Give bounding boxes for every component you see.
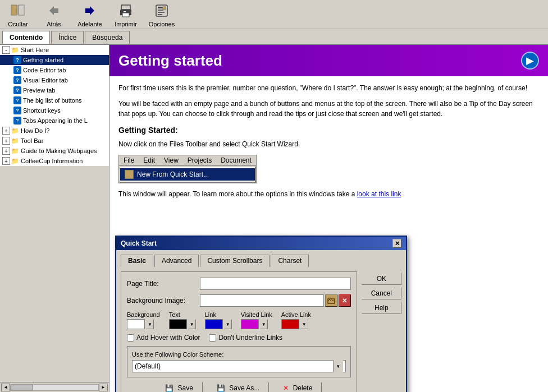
dialog-tab-advanced[interactable]: Advanced bbox=[154, 255, 199, 267]
bg-color-select: ▼ bbox=[127, 319, 160, 329]
tab-busqueda[interactable]: Búsqueda bbox=[85, 31, 130, 44]
tab-indice[interactable]: Índice bbox=[51, 31, 84, 44]
save-as-button[interactable]: 💾 Save As... bbox=[207, 382, 269, 392]
active-color-dropdown[interactable]: ▼ bbox=[300, 319, 308, 329]
bg-color-swatch[interactable] bbox=[127, 319, 145, 329]
add-hover-checkbox[interactable] bbox=[127, 334, 134, 342]
dialog-tab-charset[interactable]: Charset bbox=[271, 255, 309, 267]
scroll-right-arrow[interactable]: ► bbox=[99, 384, 108, 391]
sidebar-horizontal-scrollbar[interactable]: ◄ ► bbox=[0, 382, 109, 392]
toolbar: Ocultar Atrás Adelante Imp bbox=[0, 0, 548, 29]
sidebar-item-label: Guide to Making Webpages bbox=[21, 147, 97, 154]
menu-file[interactable]: File bbox=[119, 155, 139, 165]
color-scheme-label: Use the Following Color Scheme: bbox=[132, 351, 346, 358]
active-link-label: Active Link bbox=[281, 311, 311, 318]
dialog-close-button[interactable]: ✕ bbox=[392, 239, 401, 248]
active-color-select: ▼ bbox=[281, 319, 311, 329]
svg-rect-4 bbox=[54, 8, 58, 13]
color-scheme-dropdown-arrow[interactable]: ▼ bbox=[333, 360, 343, 372]
save-button[interactable]: 💾 Save bbox=[156, 382, 203, 392]
dialog-title-bar: Quick Start ✕ bbox=[116, 237, 406, 250]
help-icon: ? bbox=[13, 117, 21, 124]
sidebar-item-tool-bar[interactable]: + 📁 Tool Bar bbox=[0, 136, 109, 146]
dialog-tab-basic[interactable]: Basic bbox=[121, 255, 153, 267]
para4: This window will appear. To learn more a… bbox=[118, 189, 539, 199]
forward-button[interactable]: Adelante bbox=[76, 2, 103, 27]
expand-guide[interactable]: + bbox=[2, 147, 10, 155]
link-color-dropdown[interactable]: ▼ bbox=[224, 319, 232, 329]
active-color-swatch[interactable] bbox=[281, 319, 299, 329]
svg-marker-3 bbox=[49, 6, 54, 15]
sidebar-item-coffeecup[interactable]: + 📁 CoffeeCup Information bbox=[0, 156, 109, 166]
text-color-label: Text bbox=[169, 311, 196, 318]
menu-view[interactable]: View bbox=[159, 155, 183, 165]
delete-button[interactable]: ✕ Delete bbox=[273, 382, 322, 392]
bg-color-dropdown[interactable]: ▼ bbox=[146, 319, 154, 329]
help-icon: ? bbox=[13, 76, 21, 84]
sidebar-item-code-editor[interactable]: ? Code Editor tab bbox=[0, 65, 109, 75]
page-title-input[interactable] bbox=[200, 278, 351, 290]
sidebar-item-label: Shortcut keys bbox=[23, 107, 61, 114]
dialog-tab-custom-scrollbars[interactable]: Custom Scrollbars bbox=[200, 255, 270, 267]
menu-document[interactable]: Document bbox=[216, 155, 256, 165]
help-button[interactable]: Help bbox=[362, 302, 401, 314]
dont-underline-checkbox[interactable] bbox=[209, 334, 216, 342]
link-color-select: ▼ bbox=[205, 319, 232, 329]
dialog-main: Basic Advanced Custom Scrollbars Charset… bbox=[116, 250, 362, 392]
menu-new-from-quick-start[interactable]: New From Quick Start... bbox=[120, 168, 255, 181]
menu-bar: File Edit View Projects Document bbox=[119, 155, 256, 166]
sidebar-item-big-list[interactable]: ? The big list of buttons bbox=[0, 95, 109, 105]
svg-rect-2 bbox=[19, 5, 24, 15]
color-scheme-combo[interactable]: (Default) ▼ bbox=[132, 360, 346, 372]
folder-icon: 📁 bbox=[11, 158, 19, 165]
options-button[interactable]: Opciones bbox=[148, 2, 175, 27]
expand-how-do-i[interactable]: + bbox=[2, 127, 10, 135]
ok-button[interactable]: OK bbox=[362, 273, 401, 285]
text-color-swatch[interactable] bbox=[169, 319, 187, 329]
sidebar-item-start-here[interactable]: - 📁 Start Here bbox=[0, 45, 109, 55]
color-settings-row: Background ▼ Text bbox=[127, 311, 351, 329]
back-button[interactable]: Atrás bbox=[40, 2, 67, 27]
menu-projects[interactable]: Projects bbox=[183, 155, 216, 165]
visited-color-swatch[interactable] bbox=[241, 319, 259, 329]
print-button[interactable]: Imprimir bbox=[112, 2, 139, 27]
bg-image-input[interactable] bbox=[200, 294, 324, 307]
page-title-row: Page Title: bbox=[127, 278, 351, 290]
expand-coffeecup[interactable]: + bbox=[2, 157, 10, 165]
menu-edit[interactable]: Edit bbox=[139, 155, 159, 165]
sidebar-item-tabs-appearing[interactable]: ? Tabs Appearing in the L bbox=[0, 116, 109, 126]
tab-contenido[interactable]: Contenido bbox=[2, 31, 50, 44]
scroll-thumb[interactable] bbox=[11, 385, 33, 390]
background-color-group: Background ▼ bbox=[127, 311, 160, 329]
browse-button[interactable] bbox=[325, 294, 337, 307]
scroll-left-arrow[interactable]: ◄ bbox=[1, 384, 10, 391]
cancel-button[interactable]: Cancel bbox=[362, 287, 401, 299]
visited-color-dropdown[interactable]: ▼ bbox=[260, 319, 268, 329]
print-icon bbox=[117, 2, 135, 20]
sidebar-item-how-do-i[interactable]: + 📁 How Do I? bbox=[0, 126, 109, 136]
text-color-dropdown[interactable]: ▼ bbox=[188, 319, 196, 329]
page-title: Getting started bbox=[118, 52, 222, 70]
sidebar-item-label: Tabs Appearing in the L bbox=[23, 117, 88, 124]
link-color-swatch[interactable] bbox=[205, 319, 223, 329]
expand-start-here[interactable]: - bbox=[2, 46, 10, 54]
dialog-tabs: Basic Advanced Custom Scrollbars Charset bbox=[121, 255, 357, 267]
clear-button[interactable]: ✕ bbox=[339, 294, 351, 307]
look-at-link[interactable]: look at this link bbox=[357, 190, 401, 198]
sidebar-item-shortcut-keys[interactable]: ? Shortcut keys bbox=[0, 105, 109, 116]
help-icon: ? bbox=[13, 56, 21, 64]
sidebar-item-preview-tab[interactable]: ? Preview tab bbox=[0, 85, 109, 95]
dialog-title-text: Quick Start bbox=[121, 239, 157, 247]
sidebar-item-guide[interactable]: + 📁 Guide to Making Webpages bbox=[0, 146, 109, 156]
sidebar-item-getting-started[interactable]: ? Getting started bbox=[0, 55, 109, 65]
scroll-track[interactable] bbox=[10, 384, 99, 391]
bg-color-label: Background bbox=[127, 311, 160, 318]
para3: Now click on the Files Toolbar and selec… bbox=[118, 139, 539, 149]
sidebar-item-visual-editor[interactable]: ? Visual Editor tab bbox=[0, 75, 109, 85]
content-inner: For first time users this is the premier… bbox=[109, 83, 548, 214]
quick-start-icon bbox=[125, 170, 134, 179]
hide-button[interactable]: Ocultar bbox=[4, 2, 31, 27]
sidebar-item-label: Preview tab bbox=[23, 87, 55, 94]
help-icon: ? bbox=[13, 66, 21, 74]
expand-tool-bar[interactable]: + bbox=[2, 137, 10, 145]
